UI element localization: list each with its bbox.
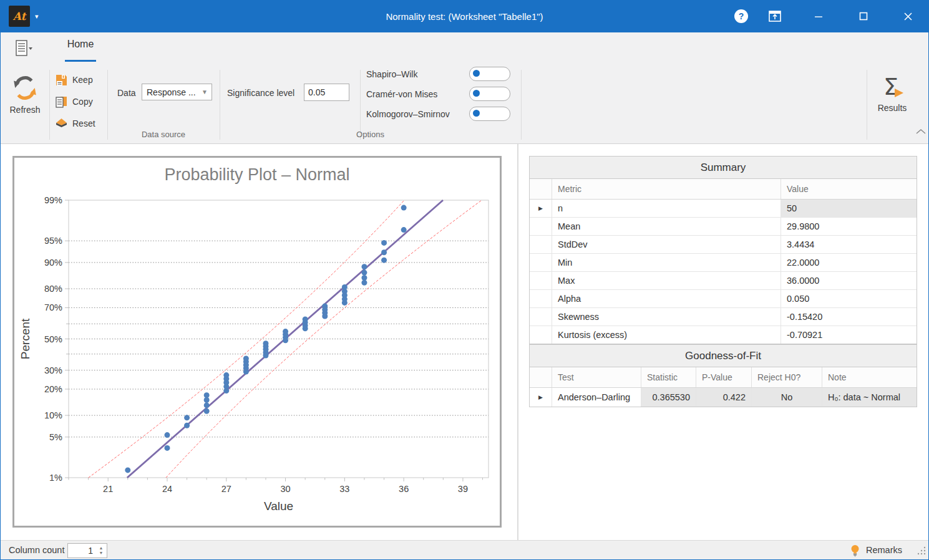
group-separator [867,70,867,140]
toggle-label: Cramér-von Mises [366,89,437,99]
data-point [381,249,387,255]
collapse-ribbon-button[interactable] [916,126,928,135]
ribbon: Home Refresh Keep Copy [0,32,929,144]
column-header: Metric [552,179,781,199]
summary-table-title: Summary [530,157,917,179]
grip-dots-icon [917,546,926,555]
table-row[interactable]: ▶Anderson–Darling0.3655300.422NoH₀: data… [530,388,917,407]
table-cell: 0.422 [696,388,751,407]
column-header: Note [822,367,917,387]
table-cell: Alpha [552,290,781,307]
y-tick-label: 99% [44,195,62,205]
data-point [381,240,387,246]
chart-title: Probability Plot – Normal [14,165,500,185]
toggle-switch[interactable] [469,107,510,121]
data-point [125,467,130,473]
y-tick-label: 1% [49,473,62,483]
table-row[interactable]: StdDev3.4434 [530,236,917,254]
table-cell: H₀: data ~ Normal [822,388,917,407]
x-tick-label: 24 [162,484,172,494]
active-row-marker-icon: ▶ [538,394,543,400]
x-tick-label: 39 [458,484,468,494]
app-menu-button[interactable] [11,37,37,60]
tab-home-underline [65,60,96,62]
tab-home[interactable]: Home [62,39,99,50]
results-button[interactable]: Σ Results [868,71,916,113]
data-point [204,408,210,414]
table-cell: Anderson–Darling [552,388,641,407]
stepper-down-icon[interactable]: ▼ [99,551,104,556]
summary-table-header: MetricValue [530,179,917,200]
table-cell: -0.15420 [781,308,917,326]
x-tick-label: 21 [103,484,113,494]
table-row[interactable]: Alpha0.050 [530,290,917,308]
resize-grip[interactable] [917,546,926,555]
table-cell: 29.9800 [781,218,917,235]
close-button[interactable] [893,0,922,32]
column-count-stepper[interactable]: ▲ ▼ [67,543,107,558]
data-point [361,264,367,269]
row-gutter: ▶ [530,200,552,217]
table-cell: Mean [552,218,781,235]
pin-ribbon-button[interactable] [761,0,789,32]
toggle-label: Kolmogorov–Smirnov [366,109,450,119]
table-cell: 3.4434 [781,236,917,253]
toggle-kolmogorov-smirnov[interactable]: Kolmogorov–Smirnov [0,105,521,122]
app-menu-icon [15,40,34,57]
table-cell: Kurtosis (excess) [552,326,781,344]
column-count-input[interactable] [68,545,95,556]
minimize-button[interactable] [804,0,833,32]
stepper-arrows[interactable]: ▲ ▼ [95,544,107,558]
pane-splitter[interactable] [517,144,518,540]
confidence-band-upper [166,200,482,478]
x-tick-label: 30 [280,484,290,494]
data-point [184,423,190,428]
app-logo-caret-icon[interactable]: ▾ [35,12,39,21]
y-tick-label: 5% [49,432,62,442]
data-point [361,280,367,286]
table-cell: No [751,388,822,407]
results-label: Results [878,103,907,113]
maximize-button[interactable] [849,0,878,32]
table-row[interactable]: Max36.0000 [530,272,917,290]
table-cell: 50 [781,200,917,217]
sigma-results-icon: Σ [878,72,906,101]
data-point [401,227,407,233]
table-cell: Min [552,254,781,271]
goodness-table-body: ▶Anderson–Darling0.3655300.422NoH₀: data… [530,388,917,407]
remarks-button[interactable] [850,544,860,559]
maximize-icon [859,12,868,21]
table-cell: 36.0000 [781,272,917,289]
table-row[interactable]: ▶n50 [530,200,917,218]
table-row[interactable]: Skewness-0.15420 [530,308,917,326]
data-point [381,258,387,263]
table-row[interactable]: Min22.0000 [530,254,917,272]
stepper-up-icon[interactable]: ▲ [99,546,104,551]
table-cell: 22.0000 [781,254,917,271]
table-row[interactable]: Mean29.9800 [530,218,917,236]
data-point [204,397,210,403]
app-logo-icon[interactable]: At [9,6,30,27]
table-row[interactable]: Kurtosis (excess)-0.70921 [530,326,917,344]
toggle-cram-r-von-mises[interactable]: Cramér-von Mises [0,85,521,102]
y-tick-label: 90% [44,258,62,268]
x-tick-label: 36 [399,484,409,494]
y-axis-title: Percent [19,318,32,359]
window-title: Normality test: (Worksheet "Tabelle1") [0,0,929,32]
table-cell: 0.050 [781,290,917,307]
toggle-shapiro-wilk[interactable]: Shapiro–Wilk [0,65,521,82]
status-bar: Column count ▲ ▼ Remarks [0,540,929,560]
y-tick-label: 80% [44,284,62,294]
toggle-switch[interactable] [469,87,510,101]
toggle-knob [473,110,480,117]
help-button[interactable]: ? [727,0,756,32]
probability-plot-panel[interactable]: Probability Plot – Normal 21242730333639… [12,156,502,528]
data-point [361,270,367,276]
toggle-label: Shapiro–Wilk [366,69,417,79]
x-tick-label: 27 [221,484,231,494]
data-point [401,205,407,211]
toggle-switch[interactable] [469,67,510,81]
row-gutter [530,254,552,271]
row-gutter [530,308,552,326]
table-cell: 0.365530 [641,388,696,407]
